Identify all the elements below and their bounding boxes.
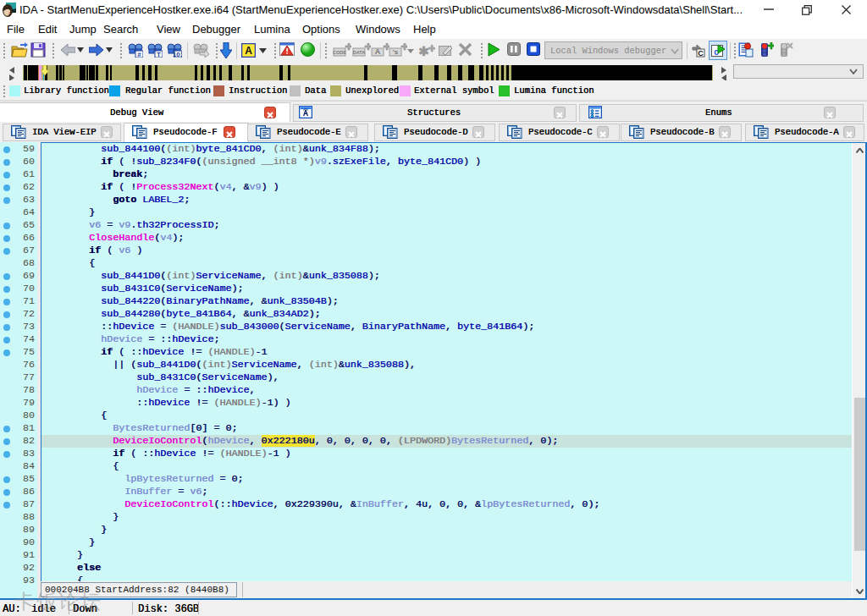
svg-text:101: 101 [173,51,182,58]
svg-text:A: A [375,47,381,56]
svg-text:A: A [245,45,252,57]
svg-text:C: C [698,49,704,58]
svg-text:#: # [137,51,141,58]
svg-text:T: T [157,51,161,58]
svg-text:✱: ✱ [418,44,429,58]
svg-text:DATA: DATA [353,50,365,55]
svg-text:CODE: CODE [333,50,346,55]
svg-text:'s: 's [393,48,399,56]
